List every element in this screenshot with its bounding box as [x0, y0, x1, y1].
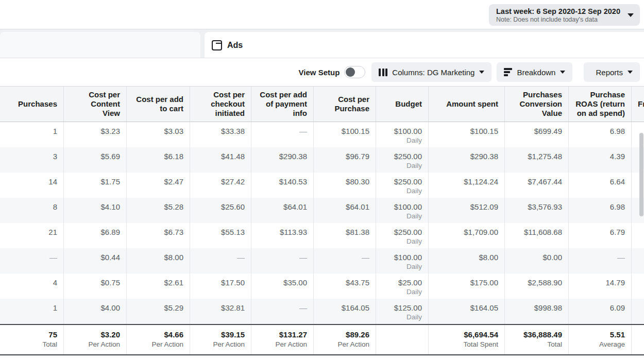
- table-cell: $100.00Daily: [376, 248, 428, 273]
- table-row[interactable]: —$0.44$8.00———$100.00Daily$8.00$0.00—: [0, 248, 644, 273]
- column-header-label: Budget: [395, 99, 422, 109]
- table-cell: $175.00: [428, 273, 504, 299]
- table-cell: $6.73: [126, 223, 190, 248]
- table-cell: $250.00Daily: [376, 147, 428, 173]
- table-cell: $35.00: [251, 273, 313, 299]
- breakdown-icon: [504, 68, 512, 76]
- table-cell: $5.29: [126, 299, 190, 324]
- vertical-scrollbar-thumb[interactable]: [639, 133, 643, 216]
- table-cell: 8: [0, 198, 63, 223]
- table-cell: $164.05: [428, 299, 504, 324]
- table-cell: —: [568, 248, 631, 273]
- table-row[interactable]: 14$1.75$2.47$27.42$140.53$80.30$250.00Da…: [0, 173, 644, 198]
- table-cell: $0.75: [63, 273, 126, 299]
- chevron-down-icon: [628, 13, 634, 17]
- table-cell: $25.00Daily: [376, 273, 428, 299]
- table-cell: $2.47: [126, 173, 190, 198]
- table-cell: $55.13: [190, 223, 251, 248]
- toggle-knob: [346, 67, 355, 77]
- breakdown-button[interactable]: Breakdown: [497, 62, 572, 82]
- table-cell: [631, 248, 644, 273]
- column-header-cost-per-add-of-payment-info[interactable]: Cost per add of payment info: [251, 87, 313, 122]
- table-cell: $113.93: [251, 223, 313, 248]
- table-row[interactable]: 4$0.75$2.61$17.50$35.00$43.75$25.00Daily…: [0, 273, 644, 299]
- ads-icon: [212, 40, 222, 50]
- reports-button-label: Reports: [596, 68, 623, 77]
- column-header-cost-per-add-to-cart[interactable]: Cost per add to cart: [126, 87, 190, 122]
- table-totals-row: 75Total$3.20Per Action$4.66Per Action$39…: [0, 324, 644, 355]
- tab-ads-label: Ads: [227, 41, 243, 50]
- table-cell: $699.49: [504, 122, 568, 147]
- table-cell: 4: [0, 273, 63, 299]
- table-cell: —: [251, 122, 313, 147]
- table-cell: 4.39: [568, 147, 631, 173]
- table-cell: [631, 299, 644, 324]
- table-cell: $4.10: [63, 198, 126, 223]
- table-cell: $81.38: [313, 223, 376, 248]
- table-cell: $27.42: [190, 173, 251, 198]
- table-cell: 6.79: [568, 223, 631, 248]
- column-header-cost-per-purchase[interactable]: Cost per Purchase: [313, 87, 376, 122]
- table-row[interactable]: 1$4.00$5.29$32.81—$164.05$125.00Daily$16…: [0, 299, 644, 324]
- column-header-amount-spent[interactable]: Amount spent: [428, 87, 504, 122]
- totals-cell: $131.27Per Action: [251, 325, 313, 354]
- date-range-texts: Last week: 6 Sep 2020-12 Sep 2020 Note: …: [496, 7, 620, 23]
- table-cell: 6.09: [568, 299, 631, 324]
- table-cell: 6.98: [568, 122, 631, 147]
- top-bar: Last week: 6 Sep 2020-12 Sep 2020 Note: …: [0, 0, 644, 29]
- tab-ads[interactable]: Ads: [205, 32, 644, 58]
- chevron-down-icon: [560, 71, 565, 74]
- columns-icon: [379, 69, 387, 76]
- totals-cell: $36,888.49Total: [504, 325, 568, 354]
- column-header-cost-per-content-view[interactable]: Cost per Content View: [63, 87, 126, 122]
- table-cell: $164.05: [313, 299, 376, 324]
- table-cell: $512.09: [428, 198, 504, 223]
- tab-strip: Ads: [0, 29, 644, 58]
- reports-button[interactable]: Reports: [584, 62, 640, 82]
- table-row[interactable]: 3$5.69$6.18$41.48$290.38$96.79$250.00Dai…: [0, 147, 644, 173]
- table-cell: $80.30: [313, 173, 376, 198]
- view-setup-toggle[interactable]: [344, 66, 365, 78]
- date-range-selector[interactable]: Last week: 6 Sep 2020-12 Sep 2020 Note: …: [489, 4, 640, 26]
- table-cell: $1,709.00: [428, 223, 504, 248]
- table-cell: $32.81: [190, 299, 251, 324]
- column-header-purchases-conversion-value[interactable]: Purchases Conversion Value: [504, 87, 568, 122]
- table-cell: $125.00Daily: [376, 299, 428, 324]
- date-range-note: Note: Does not include today's data: [496, 16, 620, 23]
- table-row[interactable]: 21$6.89$6.73$55.13$113.93$81.38$250.00Da…: [0, 223, 644, 248]
- column-header-fr[interactable]: Fr: [631, 87, 644, 122]
- table-cell: 3: [0, 147, 63, 173]
- column-header-budget[interactable]: Budget: [376, 87, 428, 122]
- column-header-label: Cost per add of payment info: [258, 90, 307, 118]
- table-cell: $41.48: [190, 147, 251, 173]
- totals-cell: 75Total: [0, 325, 63, 354]
- column-header-cost-per-checkout-initiated[interactable]: Cost per checkout initiated: [190, 87, 251, 122]
- column-header-label: Cost per Content View: [79, 90, 120, 118]
- totals-cell: $39.15Per Action: [190, 325, 251, 354]
- table-cell: $100.00Daily: [376, 198, 428, 223]
- table-cell: $64.01: [313, 198, 376, 223]
- table-cell: $5.28: [126, 198, 190, 223]
- column-header-label: Purchases Conversion Value: [511, 90, 562, 118]
- column-header-purchases[interactable]: Purchases: [0, 87, 63, 122]
- column-header-purchase-roas-return-on-ad-spend[interactable]: Purchase ROAS (return on ad spend): [568, 87, 631, 122]
- columns-button-label: Columns: DG Marketing: [392, 68, 474, 77]
- totals-cell: [376, 325, 428, 354]
- table-cell: $3.03: [126, 122, 190, 147]
- tab-adsets[interactable]: [0, 32, 200, 58]
- columns-button[interactable]: Columns: DG Marketing: [371, 62, 492, 82]
- table-cell: $290.38: [428, 147, 504, 173]
- table-cell: $0.00: [504, 248, 568, 273]
- chevron-down-icon: [628, 71, 633, 74]
- table-row[interactable]: 1$3.23$3.03$33.38—$100.15$100.00Daily$10…: [0, 122, 644, 147]
- table-row[interactable]: 8$4.10$5.28$25.60$64.01$64.01$100.00Dail…: [0, 198, 644, 223]
- table-cell: $140.53: [251, 173, 313, 198]
- table-cell: —: [190, 248, 251, 273]
- table-cell: $2,588.90: [504, 273, 568, 299]
- column-header-label: Purchases: [18, 99, 57, 109]
- column-header-label: Cost per Purchase: [320, 95, 369, 113]
- table-cell: [631, 223, 644, 248]
- table-cell: $1,275.48: [504, 147, 568, 173]
- table-cell: $100.15: [428, 122, 504, 147]
- table-cell: 6.98: [568, 198, 631, 223]
